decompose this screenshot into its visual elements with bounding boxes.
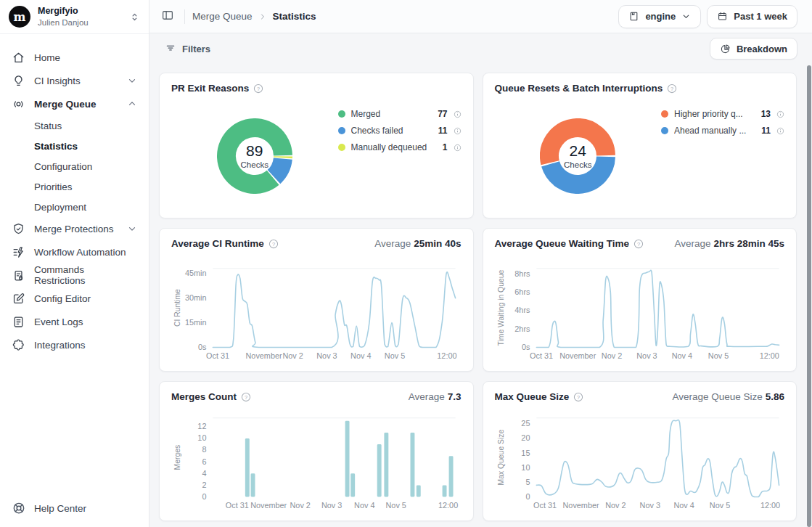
info-icon[interactable]: [454, 144, 462, 152]
sidebar-item-label: Deployment: [34, 202, 86, 213]
help-icon[interactable]: ?: [268, 239, 279, 249]
merge-queue-icon: [12, 97, 25, 111]
help-center-label: Help Center: [34, 503, 86, 514]
date-range-button[interactable]: Past 1 week: [707, 5, 797, 28]
org-name: Mergifyio: [38, 6, 89, 17]
card-title: Average Queue Waiting Time: [495, 238, 630, 249]
svg-text:?: ?: [272, 240, 275, 247]
sidebar-item-deployment[interactable]: Deployment: [0, 197, 149, 217]
svg-text:Nov 3: Nov 3: [639, 501, 660, 510]
svg-text:8hrs: 8hrs: [514, 269, 530, 278]
svg-text:6hrs: 6hrs: [514, 287, 530, 296]
sidebar-item-label: Configuration: [34, 161, 92, 172]
card-title: Queue Resets & Batch Interruptions: [495, 83, 663, 94]
legend-item[interactable]: Merged77: [338, 109, 462, 119]
sidebar-item-workflow-automation[interactable]: Workflow Automation: [0, 240, 149, 264]
legend-item[interactable]: Higher priority q...13: [661, 109, 784, 119]
info-icon[interactable]: [454, 127, 462, 135]
average-value: 5.86: [766, 391, 784, 402]
commands-restrictions-icon: [12, 269, 25, 282]
sidebar-item-event-logs[interactable]: Event Logs: [0, 310, 149, 333]
donut-chart-area[interactable]: 24 Checks: [495, 118, 662, 194]
breakdown-button[interactable]: Breakdown: [710, 38, 797, 60]
sidebar-toggle-button[interactable]: [158, 6, 177, 27]
filters-button[interactable]: Filters: [159, 39, 216, 59]
sidebar-item-priorities[interactable]: Priorities: [0, 176, 149, 197]
bar-chart-area[interactable]: 024681012Oct 31NovemberNov 2Nov 3Nov 4No…: [171, 402, 462, 520]
svg-text:15min: 15min: [185, 318, 207, 327]
svg-text:Oct 31: Oct 31: [206, 351, 229, 360]
help-icon[interactable]: ?: [573, 392, 583, 402]
repository-select[interactable]: engine: [618, 5, 701, 28]
card-merges-count: Merges Count ? Average7.3 024681012Oct 3…: [159, 381, 474, 521]
sidebar-item-label: Config Editor: [34, 293, 91, 304]
org-switcher[interactable]: m Mergifyio Julien Danjou: [0, 0, 149, 34]
legend-value: 1: [443, 142, 448, 152]
sidebar-item-label: CI Insights: [34, 75, 81, 86]
date-range-value: Past 1 week: [734, 11, 787, 22]
info-icon[interactable]: [454, 110, 462, 118]
help-center-link[interactable]: Help Center: [0, 489, 149, 527]
sidebar-item-label: Home: [34, 52, 60, 63]
help-icon[interactable]: ?: [253, 83, 263, 94]
svg-text:Nov 4: Nov 4: [671, 351, 692, 360]
sidebar-item-statistics[interactable]: Statistics: [0, 136, 149, 156]
breakdown-label: Breakdown: [737, 44, 787, 54]
svg-text:Nov 4: Nov 4: [354, 501, 374, 510]
sidebar-item-merge-queue[interactable]: Merge Queue: [0, 92, 149, 115]
svg-text:Nov 3: Nov 3: [321, 501, 342, 510]
svg-text:8: 8: [202, 445, 206, 454]
sidebar-item-ci-insights[interactable]: CI Insights: [0, 69, 149, 92]
event-logs-icon: [12, 315, 25, 329]
legend-value: 11: [438, 126, 448, 136]
legend-item[interactable]: Manually dequeued1: [338, 142, 462, 152]
sidebar-item-commands-restrictions[interactable]: Commands Restrictions: [0, 264, 149, 287]
average-value: 7.3: [448, 391, 462, 402]
line-chart-area[interactable]: 0510152025Oct 31NovemberNov 2Nov 3Nov 4N…: [495, 402, 785, 520]
line-chart-area[interactable]: 0s15min30min45minOct 31NovemberNov 2Nov …: [171, 249, 462, 371]
sidebar-item-label: Merge Protections: [34, 224, 114, 234]
svg-text:4hrs: 4hrs: [514, 306, 530, 314]
help-icon[interactable]: ?: [241, 392, 251, 402]
svg-text:?: ?: [670, 85, 673, 91]
pie-chart-icon: [720, 44, 731, 54]
legend-dot: [338, 110, 345, 118]
sidebar-item-status[interactable]: Status: [0, 115, 149, 136]
card-title: Merges Count: [171, 391, 237, 402]
sidebar-item-integrations[interactable]: Integrations: [0, 333, 149, 356]
chevron-right-icon: [258, 12, 267, 21]
help-icon[interactable]: ?: [667, 83, 677, 94]
sidebar-item-merge-protections[interactable]: Merge Protections: [0, 217, 149, 240]
breadcrumb: Merge Queue Statistics: [192, 11, 316, 22]
svg-text:12:00: 12:00: [760, 501, 779, 510]
info-icon[interactable]: [776, 110, 784, 118]
svg-text:Oct 31: Oct 31: [530, 351, 553, 360]
sidebar-item-config-editor[interactable]: Config Editor: [0, 287, 149, 310]
info-icon[interactable]: [776, 127, 784, 135]
logo-letter: m: [14, 10, 26, 24]
sidebar-item-label: Event Logs: [34, 316, 83, 327]
scrollbar[interactable]: [807, 65, 811, 527]
breadcrumb-merge-queue[interactable]: Merge Queue: [192, 11, 253, 22]
donut-chart-area[interactable]: 89 Checks: [171, 118, 338, 194]
sidebar-item-label: Statistics: [34, 141, 78, 152]
legend-item[interactable]: Checks failed11: [338, 126, 462, 136]
svg-text:?: ?: [577, 393, 580, 400]
sidebar-nav: HomeCI InsightsMerge QueueStatusStatisti…: [0, 34, 149, 489]
repository-select-value: engine: [645, 11, 676, 22]
average-stat: Average7.3: [409, 391, 462, 402]
help-icon[interactable]: ?: [633, 239, 644, 249]
breadcrumb-statistics: Statistics: [273, 11, 316, 22]
card-queue-resets: Queue Resets & Batch Interruptions ? 24 …: [483, 73, 797, 218]
svg-text:0s: 0s: [198, 343, 207, 351]
svg-text:November: November: [559, 351, 596, 360]
svg-text:45min: 45min: [185, 269, 207, 277]
card-title: PR Exit Reasons: [171, 83, 249, 94]
legend-item[interactable]: Ahead manually ...11: [661, 126, 784, 136]
org-text: Mergifyio Julien Danjou: [38, 6, 89, 28]
lifebuoy-icon: [12, 501, 26, 515]
sidebar-item-home[interactable]: Home: [0, 46, 149, 69]
sidebar-item-configuration[interactable]: Configuration: [0, 156, 149, 176]
legend-dot: [338, 144, 345, 151]
line-chart-area[interactable]: 0s2hrs4hrs6hrs8hrsOct 31NovemberNov 2Nov…: [495, 249, 785, 371]
